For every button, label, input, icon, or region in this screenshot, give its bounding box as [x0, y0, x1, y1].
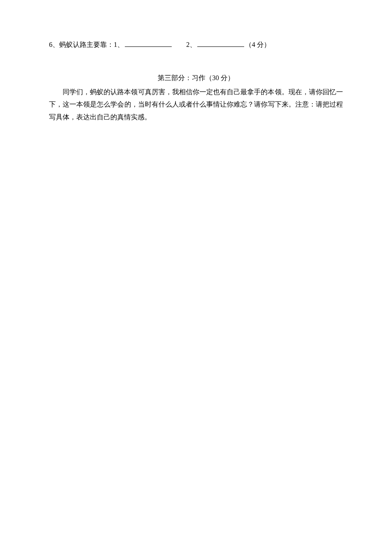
essay-prompt: 同学们，蚂蚁的认路本领可真厉害，我相信你一定也有自己最拿手的本领。现在，请你回忆…: [49, 86, 343, 124]
question-6-prefix: 6、蚂蚁认路主要靠：1、: [49, 41, 124, 48]
question-6-suffix: （4 分）: [245, 41, 271, 48]
section-3-header: 第三部分：习作（30 分）: [49, 72, 343, 84]
blank-2[interactable]: [197, 40, 244, 47]
question-6-middle: 2、: [173, 41, 196, 48]
blank-1[interactable]: [125, 40, 172, 47]
question-6: 6、蚂蚁认路主要靠：1、 2、（4 分）: [49, 38, 343, 51]
